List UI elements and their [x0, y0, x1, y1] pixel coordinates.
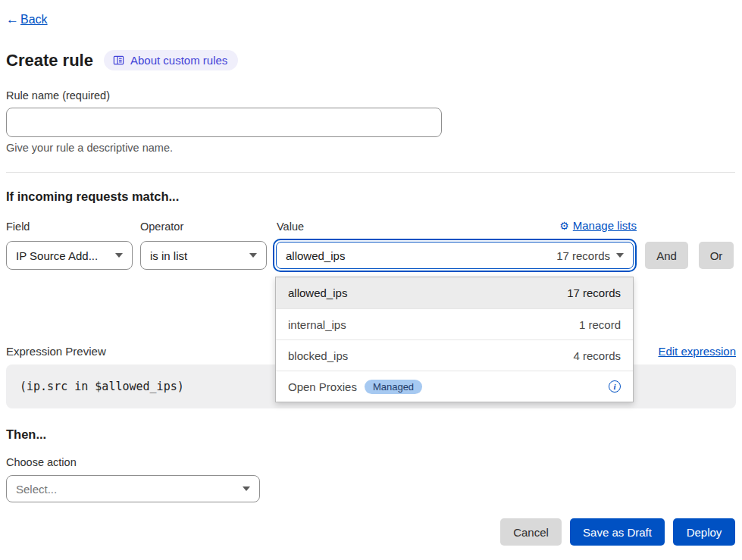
- operator-label: Operator: [140, 221, 183, 233]
- chevron-down-icon: [616, 253, 624, 258]
- field-select-value: IP Source Add...: [16, 249, 98, 262]
- field-label: Field: [6, 221, 30, 233]
- edit-expression-link[interactable]: Edit expression: [658, 345, 736, 358]
- operator-select[interactable]: is in list: [140, 241, 267, 270]
- save-as-draft-button[interactable]: Save as Draft: [570, 518, 665, 546]
- value-select-value: allowed_ips: [286, 249, 345, 262]
- list-item-internal-ips[interactable]: internal_ips 1 record: [276, 308, 633, 339]
- then-section-heading: Then...: [6, 427, 46, 442]
- create-rule-page: ←Back Create rule About custom rules Rul…: [0, 0, 742, 560]
- list-item-allowed-ips[interactable]: allowed_ips 17 records: [276, 277, 633, 308]
- manage-lists-label: Manage lists: [573, 219, 637, 232]
- about-custom-rules-label: About custom rules: [130, 54, 227, 67]
- action-select-placeholder: Select...: [16, 483, 57, 496]
- field-select[interactable]: IP Source Add...: [6, 241, 133, 270]
- info-icon[interactable]: i: [609, 380, 621, 393]
- list-item-open-proxies[interactable]: Open Proxies Managed i: [276, 371, 633, 402]
- list-item-count: 4 records: [573, 349, 621, 362]
- back-arrow-icon: ←: [6, 12, 19, 27]
- value-label: Value: [277, 221, 304, 233]
- back-link[interactable]: ←Back: [6, 12, 48, 27]
- value-select-record-count: 17 records: [556, 249, 610, 262]
- managed-badge: Managed: [365, 380, 422, 394]
- chevron-down-icon: [249, 253, 257, 258]
- rule-name-helper-text: Give your rule a descriptive name.: [6, 142, 173, 154]
- page-title: Create rule: [6, 51, 93, 70]
- heading-row: Create rule About custom rules: [6, 50, 238, 70]
- match-section-heading: If incoming requests match...: [6, 189, 179, 204]
- expression-code: (ip.src in $allowed_ips): [20, 380, 184, 393]
- about-custom-rules-link[interactable]: About custom rules: [104, 50, 238, 70]
- deploy-button[interactable]: Deploy: [673, 518, 735, 546]
- rule-name-label: Rule name (required): [6, 89, 110, 102]
- manage-lists-link[interactable]: ⚙ Manage lists: [559, 219, 637, 232]
- action-select[interactable]: Select...: [6, 475, 260, 502]
- chevron-down-icon: [115, 253, 123, 258]
- list-item-name: Open Proxies: [288, 380, 357, 393]
- cancel-button[interactable]: Cancel: [500, 518, 562, 546]
- list-item-name: internal_ips: [288, 318, 346, 331]
- chevron-down-icon: [243, 486, 250, 491]
- list-item-name: blocked_ips: [288, 349, 348, 362]
- gear-icon: ⚙: [559, 220, 569, 232]
- operator-select-value: is in list: [150, 249, 187, 262]
- list-dropdown: allowed_ips 17 records internal_ips 1 re…: [275, 277, 634, 402]
- choose-action-label: Choose action: [6, 456, 77, 468]
- list-item-count: 1 record: [579, 318, 621, 331]
- list-item-blocked-ips[interactable]: blocked_ips 4 records: [276, 339, 633, 371]
- expression-preview-label: Expression Preview: [6, 345, 106, 358]
- rule-name-input[interactable]: [6, 108, 442, 137]
- section-divider: [6, 172, 735, 173]
- list-item-count: 17 records: [567, 286, 621, 299]
- value-select-inner: allowed_ips 17 records: [276, 242, 634, 269]
- and-button[interactable]: And: [645, 242, 688, 269]
- list-item-name: allowed_ips: [288, 286, 347, 299]
- docs-book-icon: [113, 55, 124, 66]
- or-button[interactable]: Or: [699, 242, 734, 269]
- value-select[interactable]: allowed_ips 17 records: [273, 239, 637, 272]
- back-link-label: Back: [20, 13, 48, 27]
